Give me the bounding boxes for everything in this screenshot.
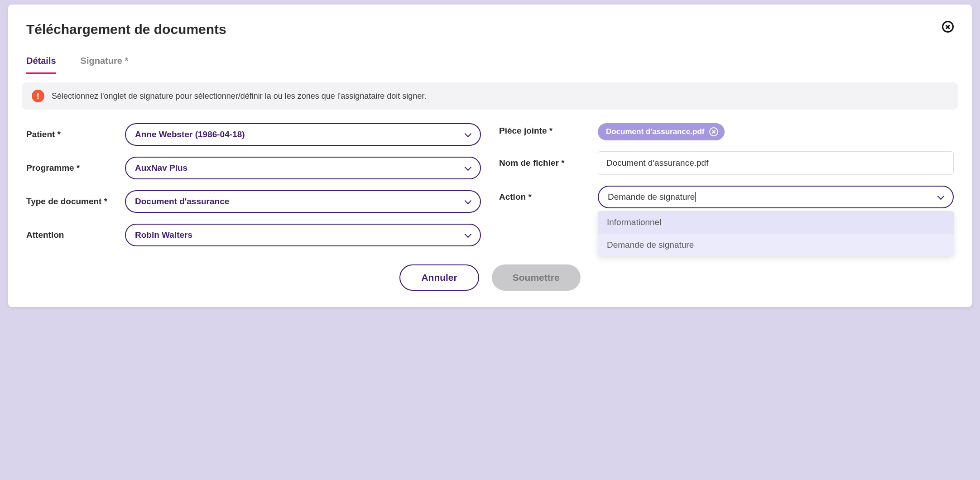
signature-alert: ! Sélectionnez l'onglet de signature pou…	[22, 82, 958, 110]
tab-signature[interactable]: Signature *	[81, 56, 129, 74]
doctype-value: Document d'assurance	[135, 197, 229, 206]
doctype-row: Type de document * Document d'assurance	[26, 190, 481, 213]
chevron-down-icon	[937, 194, 944, 200]
attachment-chip-text: Document d'assurance.pdf	[606, 127, 705, 136]
action-option-informationnel[interactable]: Informationnel	[598, 211, 954, 234]
close-icon[interactable]	[942, 21, 954, 33]
doctype-label: Type de document *	[26, 197, 117, 206]
programme-label: Programme *	[26, 163, 117, 173]
chevron-down-icon	[465, 198, 471, 205]
modal-title: Téléchargement de documents	[26, 22, 226, 37]
filename-label: Nom de fichier *	[499, 158, 590, 168]
programme-row: Programme * AuxNav Plus	[26, 157, 481, 179]
action-select-wrapper: Demande de signature Informationnel Dema…	[598, 186, 954, 208]
alert-icon: !	[32, 90, 44, 102]
form-grid: Patient * Anne Webster (1986-04-18) Prog…	[8, 110, 972, 251]
patient-value: Anne Webster (1986-04-18)	[135, 130, 245, 139]
action-select[interactable]: Demande de signature	[598, 186, 954, 208]
upload-documents-modal: Téléchargement de documents Détails Sign…	[8, 5, 972, 307]
action-label: Action *	[499, 192, 590, 202]
filename-row: Nom de fichier *	[499, 151, 954, 175]
attention-select[interactable]: Robin Walters	[125, 224, 481, 246]
attachment-row: Pièce jointe * Document d'assurance.pdf	[499, 123, 954, 140]
attention-row: Attention Robin Walters	[26, 224, 481, 246]
modal-buttons: Annuler Soumettre	[8, 251, 972, 307]
attachment-chip: Document d'assurance.pdf	[598, 123, 725, 140]
tabs: Détails Signature *	[8, 37, 972, 74]
attention-value: Robin Walters	[135, 230, 192, 240]
programme-value: AuxNav Plus	[135, 163, 187, 173]
chevron-down-icon	[465, 131, 471, 138]
attachment-label: Pièce jointe *	[499, 123, 590, 136]
cancel-button[interactable]: Annuler	[399, 264, 479, 291]
chevron-down-icon	[465, 165, 471, 171]
chevron-down-icon	[465, 232, 471, 238]
action-dropdown: Informationnel Demande de signature	[598, 211, 954, 256]
patient-row: Patient * Anne Webster (1986-04-18)	[26, 123, 481, 146]
tab-details[interactable]: Détails	[26, 56, 56, 74]
remove-attachment-icon[interactable]	[709, 127, 718, 136]
patient-select[interactable]: Anne Webster (1986-04-18)	[125, 123, 481, 146]
action-row: Action * Demande de signature Informatio…	[499, 186, 954, 208]
right-column: Pièce jointe * Document d'assurance.pdf …	[499, 123, 954, 246]
attention-label: Attention	[26, 230, 117, 240]
left-column: Patient * Anne Webster (1986-04-18) Prog…	[26, 123, 481, 246]
programme-select[interactable]: AuxNav Plus	[125, 157, 481, 179]
alert-text: Sélectionnez l'onglet de signature pour …	[52, 91, 426, 101]
doctype-select[interactable]: Document d'assurance	[125, 190, 481, 213]
filename-input[interactable]	[598, 151, 954, 175]
modal-header: Téléchargement de documents	[8, 5, 972, 37]
action-value: Demande de signature	[608, 192, 696, 202]
submit-button[interactable]: Soumettre	[492, 264, 581, 291]
action-option-demande-signature[interactable]: Demande de signature	[598, 234, 954, 256]
patient-label: Patient *	[26, 130, 117, 139]
